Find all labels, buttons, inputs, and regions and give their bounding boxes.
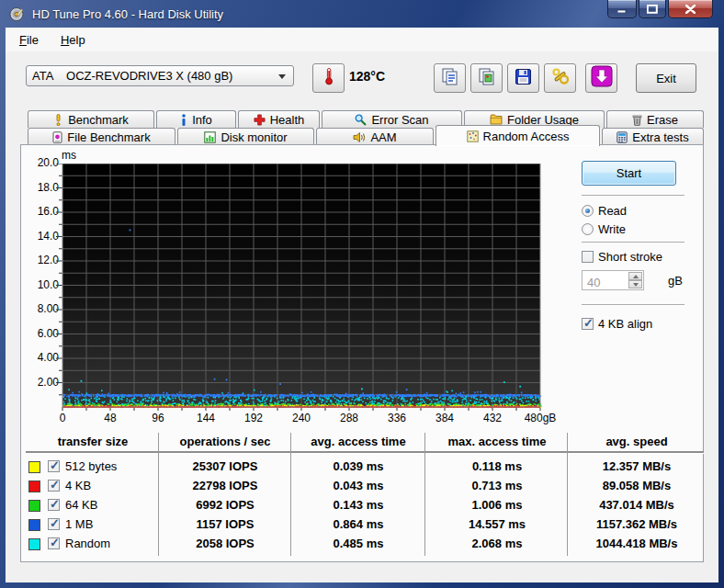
short-stroke-size-field — [582, 270, 644, 290]
series-checkbox[interactable] — [48, 518, 60, 530]
col-header-avg-access: avg. access time — [292, 435, 424, 448]
ops-value: 1157 IOPS — [161, 517, 289, 531]
drive-select[interactable]: ATA OCZ-REVODRIVE3 X (480 gB) — [26, 65, 294, 86]
separator — [582, 242, 684, 243]
write-radio-control[interactable] — [582, 223, 594, 235]
align-checkbox[interactable]: 4 KB align — [582, 317, 652, 331]
close-button[interactable] — [668, 0, 713, 18]
transfer-size-label: Random — [65, 537, 110, 550]
col-header-operations: operations / sec — [161, 435, 289, 448]
read-radio-control[interactable] — [582, 205, 594, 217]
tab-file-benchmark[interactable]: File Benchmark — [28, 128, 175, 145]
tab-random-access[interactable]: Random Access — [436, 125, 600, 146]
maximize-button[interactable] — [639, 0, 666, 18]
series-color-swatch — [28, 538, 40, 550]
table-column-divider — [158, 433, 159, 556]
hd-tune-app-icon — [9, 6, 25, 22]
ops-value: 6992 IOPS — [161, 498, 289, 512]
options-button[interactable] — [544, 63, 576, 93]
menubar: File Help — [6, 28, 718, 51]
download-icon — [591, 65, 613, 91]
save-button[interactable] — [507, 63, 539, 93]
access-time-scatter-plot — [55, 164, 544, 413]
minimize-button[interactable] — [607, 0, 637, 18]
y-tick-label: 20.0 — [24, 156, 59, 171]
temperature-button[interactable] — [312, 63, 345, 93]
short-stroke-checkbox-control[interactable] — [582, 251, 594, 263]
tab-erase[interactable]: Erase — [606, 110, 704, 128]
avg-speed-value: 89.058 MB/s — [570, 479, 704, 492]
aam-icon — [353, 131, 366, 143]
separator — [582, 304, 684, 306]
x-tick-label: 96 — [136, 412, 180, 424]
align-checkbox-control[interactable] — [582, 318, 594, 330]
series-checkbox[interactable] — [48, 499, 60, 511]
erase-icon — [632, 114, 642, 126]
tab-health[interactable]: Health — [238, 110, 320, 128]
x-tick-label: 288 — [327, 412, 371, 424]
copy-image-button[interactable] — [470, 63, 503, 93]
x-tick-label: 432 — [470, 412, 515, 424]
copy-text-icon — [441, 67, 459, 89]
info-icon — [180, 114, 187, 126]
max-access-value: 0.713 ms — [427, 479, 567, 492]
download-button[interactable] — [585, 63, 617, 93]
exit-button-label: Exit — [656, 72, 676, 85]
copy-text-button[interactable] — [434, 63, 466, 93]
write-radio[interactable]: Write — [582, 222, 626, 236]
y-axis-unit-label: ms — [62, 149, 76, 162]
transfer-size-label: 64 KB — [65, 498, 97, 512]
benchmark-icon — [53, 114, 63, 126]
table-column-divider — [424, 433, 425, 556]
tab-extra-tests[interactable]: Extra tests — [602, 128, 704, 145]
tab-benchmark-label: Benchmark — [68, 113, 129, 127]
series-color-swatch — [28, 500, 40, 512]
spinner-up-button[interactable] — [628, 272, 642, 280]
avg-speed-value: 437.014 MB/s — [570, 498, 704, 512]
col-header-max-access: max. access time — [427, 435, 567, 448]
col-header-transfer-size: transfer size — [28, 435, 158, 448]
transfer-size-label: 512 bytes — [65, 459, 117, 473]
x-tick-label: 144 — [184, 412, 228, 424]
drive-select-value: ATA OCZ-REVODRIVE3 X (480 gB) — [32, 69, 232, 83]
short-stroke-checkbox[interactable]: Short stroke — [582, 250, 662, 264]
series-checkbox[interactable] — [48, 460, 60, 472]
table-header-rule — [26, 451, 704, 454]
read-radio-label: Read — [598, 204, 627, 218]
file-benchmark-icon — [52, 131, 62, 143]
exit-button[interactable]: Exit — [636, 63, 696, 93]
avg-speed-value: 1044.418 MB/s — [570, 537, 704, 550]
disk-monitor-icon — [204, 131, 216, 143]
ops-value: 25307 IOPS — [161, 459, 289, 473]
short-stroke-size-input[interactable] — [583, 271, 631, 291]
series-color-swatch — [28, 519, 40, 531]
random-access-icon — [467, 130, 479, 142]
series-checkbox[interactable] — [48, 537, 60, 549]
tab-aam[interactable]: AAM — [316, 128, 434, 145]
folder-usage-icon — [490, 114, 503, 125]
read-radio[interactable]: Read — [582, 204, 627, 218]
table-column-divider — [567, 433, 568, 556]
transfer-size-label: 4 KB — [65, 479, 91, 492]
series-color-swatch — [28, 481, 40, 492]
tab-disk-monitor[interactable]: Disk monitor — [177, 128, 314, 145]
max-access-value: 2.068 ms — [427, 537, 567, 550]
start-button[interactable]: Start — [582, 161, 676, 186]
tab-info-label: Info — [192, 113, 212, 127]
menu-help[interactable]: Help — [52, 30, 94, 50]
ops-value: 22798 IOPS — [161, 479, 289, 492]
short-stroke-label: Short stroke — [598, 250, 662, 264]
menu-file[interactable]: File — [11, 30, 47, 50]
tab-benchmark[interactable]: Benchmark — [28, 110, 154, 128]
thermometer-icon — [323, 67, 334, 89]
options-icon — [551, 67, 570, 89]
separator — [582, 195, 684, 197]
spinner-down-button[interactable] — [628, 280, 642, 288]
titlebar[interactable]: HD Tune Pro 4.60 - Hard Disk Utility — [0, 0, 724, 28]
max-access-value: 0.118 ms — [427, 459, 567, 473]
tab-info[interactable]: Info — [156, 110, 236, 128]
align-checkbox-label: 4 KB align — [598, 317, 652, 331]
chevron-down-icon — [278, 74, 286, 79]
series-checkbox[interactable] — [48, 480, 60, 492]
y-tick-label: 4.00 — [24, 351, 59, 366]
